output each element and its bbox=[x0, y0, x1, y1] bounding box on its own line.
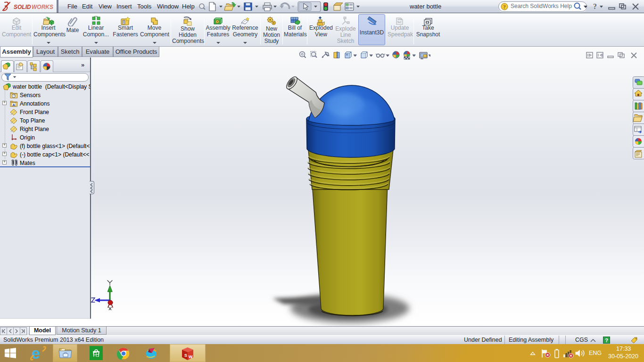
svg-text:e: e bbox=[32, 346, 40, 361]
svg-text:?: ? bbox=[503, 4, 506, 9]
svg-text:SOLID: SOLID bbox=[14, 4, 31, 10]
svg-text:W: W bbox=[189, 354, 193, 359]
svg-text:?: ? bbox=[593, 2, 597, 10]
svg-text:WORKS: WORKS bbox=[32, 4, 53, 10]
svg-text:S: S bbox=[184, 353, 187, 358]
svg-text:A: A bbox=[12, 103, 15, 107]
